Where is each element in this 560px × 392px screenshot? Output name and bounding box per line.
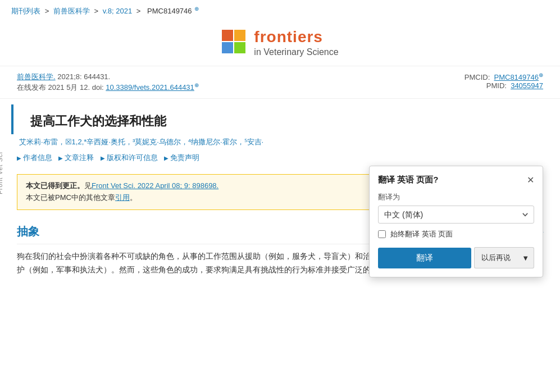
notice-bold: 本文已得到更正。 [26,181,84,190]
logo-text: frontiers in Veterinary Science [254,28,338,57]
pmid-value[interactable]: 34055947 [511,81,543,90]
translate-popup-header: 翻译 英语 页面? ✕ [378,175,534,185]
svg-rect-1 [234,30,245,41]
translate-button[interactable]: 翻译 [378,248,471,268]
journal-link[interactable]: 前兽医科学. [17,72,56,81]
translate-popup-title: 翻译 英语 页面? [378,175,439,185]
doi-link[interactable]: 10.3389/fvets.2021.644431 [106,83,194,92]
later-arrow-button[interactable]: ▼ [517,247,534,268]
logo-subtitle: in Veterinary Science [254,47,338,57]
close-button[interactable]: ✕ [527,176,534,185]
always-translate-label[interactable]: 始终翻译 英语 页面 [390,229,453,239]
correction-link[interactable]: Front Vet Sci. 2022 April 08; 9: 898698. [92,181,218,190]
svg-rect-0 [222,30,233,41]
article-meta-left: 前兽医科学. 2021;8: 644431. 在线发布 2021 5月 12. … [17,72,199,93]
always-translate-row: 始终翻译 英语 页面 [378,229,534,239]
article-notes-link[interactable]: 文章注释 [58,153,94,162]
breadcrumb-volume[interactable]: v.8; 2021 [103,7,133,15]
cite-link[interactable]: 引用 [115,193,130,202]
author-info-link[interactable]: 作者信息 [17,153,52,162]
logo-area: frontiers in Veterinary Science [0,22,560,66]
svg-rect-3 [234,42,245,53]
disclaimer-link[interactable]: 免责声明 [164,153,199,162]
logo-brand: frontiers [254,28,338,47]
pmcid-label: PMCID: [465,73,490,81]
article-meta: 前兽医科学. 2021;8: 644431. 在线发布 2021 5月 12. … [0,66,560,99]
frontiers-logo-icon [221,29,248,56]
translate-popup: 翻译 英语 页面? ✕ 翻译为 中文 (简体) English 日本語 한국어 … [369,166,543,277]
breadcrumb: 期刊列表 > 前兽医科学 > v.8; 2021 > PMC8149746⊕ [0,0,560,22]
breadcrumb-journals[interactable]: 期刊列表 [11,7,40,15]
later-group: 以后再说 ▼ [474,247,534,268]
later-button[interactable]: 以后再说 [474,247,517,268]
always-translate-checkbox[interactable] [378,230,386,238]
copyright-link[interactable]: 版权和许可信息 [101,153,158,162]
pmcid-value[interactable]: PMC8149746 [494,73,539,81]
authors: 艾米莉·布雷，☒1,2,*辛西娅·奥托，³莫妮克·乌德尔，⁴纳撒尼尔·霍尔，⁵安… [0,137,560,150]
breadcrumb-pmcid[interactable]: PMC8149746⊕ [145,7,199,15]
translate-buttons: 翻译 以后再说 ▼ [378,247,534,268]
side-label: Front Vet Sci [0,152,3,194]
svg-rect-2 [222,42,233,53]
abstract-title-text: 抽象 [17,224,39,239]
article-title: 提高工作犬的选择和性能 [11,104,549,134]
language-select[interactable]: 中文 (简体) English 日本語 한국어 Français Deutsch… [378,206,534,224]
breadcrumb-subject[interactable]: 前兽医科学 [53,7,90,15]
article-meta-right: PMCID: PMC8149746⊕ PMID: 34055947 [465,72,543,93]
pmid-label: PMID: [486,81,507,90]
translate-to-label: 翻译为 [378,192,534,202]
